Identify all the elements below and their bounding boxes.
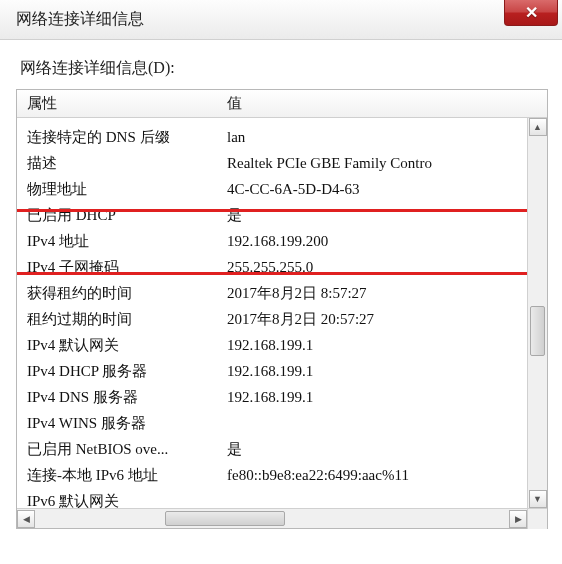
table-row[interactable]: 已启用 NetBIOS ove...是: [17, 436, 547, 462]
horizontal-scrollbar[interactable]: ◀ ▶: [17, 508, 547, 528]
cell-property: 已启用 DHCP: [17, 206, 227, 225]
cell-property: IPv4 子网掩码: [17, 258, 227, 277]
scroll-right-button[interactable]: ▶: [509, 510, 527, 528]
table-row[interactable]: 描述Realtek PCIe GBE Family Contro: [17, 150, 547, 176]
titlebar: 网络连接详细信息 ✕: [0, 0, 562, 40]
vertical-scrollbar[interactable]: ▲ ▼: [527, 118, 547, 508]
table-row[interactable]: IPv4 地址192.168.199.200: [17, 228, 547, 254]
cell-value: Realtek PCIe GBE Family Contro: [227, 155, 547, 172]
table-row[interactable]: 获得租约的时间2017年8月2日 8:57:27: [17, 280, 547, 306]
table-row[interactable]: 已启用 DHCP是: [17, 202, 547, 228]
cell-property: IPv4 DNS 服务器: [17, 388, 227, 407]
table-row[interactable]: IPv4 DNS 服务器192.168.199.1: [17, 384, 547, 410]
cell-value: 192.168.199.1: [227, 389, 547, 406]
cell-value: 255.255.255.0: [227, 259, 547, 276]
scroll-corner: [527, 509, 547, 529]
cell-property: 连接特定的 DNS 后缀: [17, 128, 227, 147]
table-row[interactable]: 物理地址4C-CC-6A-5D-D4-63: [17, 176, 547, 202]
section-label: 网络连接详细信息(D):: [16, 58, 548, 79]
rows-container: 连接特定的 DNS 后缀lan描述Realtek PCIe GBE Family…: [17, 118, 547, 508]
close-button[interactable]: ✕: [504, 0, 558, 26]
cell-value: 是: [227, 206, 547, 225]
table-row[interactable]: IPv4 DHCP 服务器192.168.199.1: [17, 358, 547, 384]
table-row[interactable]: 租约过期的时间2017年8月2日 20:57:27: [17, 306, 547, 332]
grid-header: 属性 值: [17, 90, 547, 118]
cell-value: 2017年8月2日 8:57:27: [227, 284, 547, 303]
scroll-down-button[interactable]: ▼: [529, 490, 547, 508]
header-property[interactable]: 属性: [17, 94, 227, 113]
table-row[interactable]: IPv4 子网掩码255.255.255.0: [17, 254, 547, 280]
cell-property: 租约过期的时间: [17, 310, 227, 329]
cell-property: IPv4 地址: [17, 232, 227, 251]
scroll-up-button[interactable]: ▲: [529, 118, 547, 136]
content-area: 网络连接详细信息(D): 属性 值 连接特定的 DNS 后缀lan描述Realt…: [0, 40, 562, 539]
scroll-left-button[interactable]: ◀: [17, 510, 35, 528]
cell-property: 连接-本地 IPv6 地址: [17, 466, 227, 485]
window-title: 网络连接详细信息: [16, 9, 144, 30]
header-value[interactable]: 值: [227, 94, 525, 113]
cell-property: 已启用 NetBIOS ove...: [17, 440, 227, 459]
horizontal-scroll-thumb[interactable]: [165, 511, 285, 526]
cell-property: IPv4 DHCP 服务器: [17, 362, 227, 381]
cell-value: 2017年8月2日 20:57:27: [227, 310, 547, 329]
grid-body: 连接特定的 DNS 后缀lan描述Realtek PCIe GBE Family…: [17, 118, 547, 508]
vertical-scroll-thumb[interactable]: [530, 306, 545, 356]
details-grid: 属性 值 连接特定的 DNS 后缀lan描述Realtek PCIe GBE F…: [16, 89, 548, 529]
cell-property: 物理地址: [17, 180, 227, 199]
cell-property: IPv6 默认网关: [17, 492, 227, 509]
horizontal-scroll-track[interactable]: [35, 509, 509, 528]
cell-value: 192.168.199.1: [227, 363, 547, 380]
cell-property: IPv4 默认网关: [17, 336, 227, 355]
cell-property: IPv4 WINS 服务器: [17, 414, 227, 433]
cell-value: 是: [227, 440, 547, 459]
table-row[interactable]: IPv6 默认网关: [17, 488, 547, 508]
table-row[interactable]: IPv4 WINS 服务器: [17, 410, 547, 436]
cell-property: 获得租约的时间: [17, 284, 227, 303]
cell-value: fe80::b9e8:ea22:6499:aac%11: [227, 467, 547, 484]
table-row[interactable]: IPv4 默认网关192.168.199.1: [17, 332, 547, 358]
table-row[interactable]: 连接特定的 DNS 后缀lan: [17, 124, 547, 150]
table-row[interactable]: 连接-本地 IPv6 地址fe80::b9e8:ea22:6499:aac%11: [17, 462, 547, 488]
cell-value: 192.168.199.1: [227, 337, 547, 354]
vertical-scroll-track[interactable]: [528, 136, 547, 490]
cell-value: 4C-CC-6A-5D-D4-63: [227, 181, 547, 198]
cell-value: lan: [227, 129, 547, 146]
cell-property: 描述: [17, 154, 227, 173]
close-icon: ✕: [525, 3, 538, 22]
cell-value: 192.168.199.200: [227, 233, 547, 250]
